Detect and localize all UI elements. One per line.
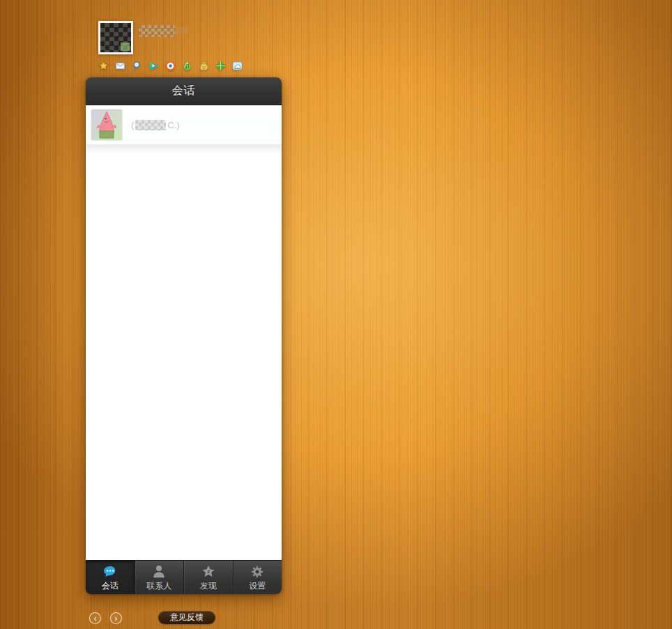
tab-label-settings: 设置	[249, 580, 266, 592]
svg-text:z: z	[207, 568, 210, 575]
avatar-pixel-patch	[121, 43, 130, 51]
tab-label-conversations: 会话	[102, 580, 119, 592]
money-pouch-icon[interactable]	[199, 61, 209, 71]
chevron-left-icon: ‹	[94, 614, 97, 623]
tab-label-contacts: 联系人	[146, 580, 171, 592]
cloud-icon[interactable]	[232, 61, 243, 71]
next-page-button[interactable]: ›	[110, 612, 122, 624]
quick-launch-bar	[98, 60, 243, 71]
tab-discover[interactable]: z 发现	[183, 561, 233, 594]
clover-icon[interactable]	[215, 61, 226, 71]
tab-label-discover: 发现	[200, 580, 217, 592]
bottom-tab-bar: 会话 联系人 z 发现	[86, 560, 282, 594]
tab-contacts[interactable]: 联系人	[135, 561, 184, 594]
contact-avatar	[91, 109, 122, 140]
feedback-button[interactable]: 意见反馈	[158, 611, 215, 624]
chevron-right-icon: ›	[115, 614, 118, 623]
mail-icon[interactable]	[115, 61, 125, 71]
prev-page-button[interactable]: ‹	[89, 612, 101, 624]
tab-settings[interactable]: 设置	[233, 561, 282, 594]
contact-name: ( C.)	[131, 120, 180, 130]
conversation-list: ( C.)	[86, 105, 282, 560]
list-separator-fade	[86, 145, 282, 154]
page-title: 会话	[172, 84, 196, 98]
chat-panel: 会话 ( C.)	[86, 77, 282, 594]
music-note-icon[interactable]	[182, 61, 192, 71]
contact-name-suffix: C.)	[167, 120, 179, 130]
chat-bubble-icon	[102, 564, 119, 579]
user-avatar[interactable]	[98, 21, 133, 54]
discover-star-icon: z	[201, 564, 216, 579]
contacts-person-icon	[151, 564, 167, 579]
tab-conversations[interactable]: 会话	[86, 561, 135, 594]
conversation-row[interactable]: ( C.)	[86, 105, 282, 145]
favorites-star-icon[interactable]	[98, 61, 109, 71]
contact-name-prefix: (	[131, 120, 134, 130]
user-nickname-pixelated	[139, 25, 175, 37]
browser-globe-icon[interactable]	[165, 61, 176, 71]
user-avatar-pixelated	[100, 23, 131, 52]
patrick-avatar-image	[91, 109, 122, 140]
video-play-icon[interactable]	[148, 61, 159, 71]
settings-gear-icon	[250, 564, 265, 579]
panel-header: 会话	[86, 77, 282, 105]
contact-name-pixelated	[135, 120, 166, 130]
search-magnifier-icon[interactable]	[132, 61, 142, 71]
feedback-button-label: 意见反馈	[170, 612, 204, 622]
